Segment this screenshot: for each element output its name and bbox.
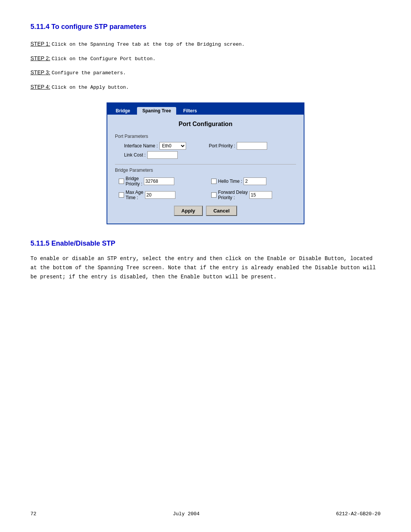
hello-time-label: Hello Time : [218, 179, 242, 184]
port-params-label: Port Parameters [115, 134, 296, 139]
max-age-label: Max AgeTime : [126, 190, 143, 200]
step-2-text: Click on the Configure Port button. [52, 56, 156, 62]
forward-delay-input[interactable] [249, 191, 272, 199]
max-age-checkbox[interactable] [119, 192, 124, 198]
bridge-priority-label: BridgePriority : [126, 176, 142, 187]
dialog-box: Bridge Spaning Tree Filters Port Configu… [107, 102, 304, 224]
step-4-text: Click on the Apply button. [52, 85, 129, 90]
bridge-params-label: Bridge Parameters [115, 168, 296, 173]
link-cost-label: Link Cost : [124, 152, 146, 158]
button-row: Apply Cancel [115, 206, 296, 216]
dialog-content: Port Configuration Port Parameters Inter… [107, 115, 304, 224]
bridge-priority-checkbox[interactable] [119, 179, 124, 184]
footer-date: July 2004 [173, 511, 199, 517]
step-2-line: STEP 2: Click on the Configure Port butt… [30, 54, 381, 63]
port-priority-input[interactable] [237, 142, 267, 150]
cancel-button[interactable]: Cancel [206, 206, 237, 216]
forward-delay-row: Forward DelayPriority : [211, 190, 296, 200]
dialog-container: Bridge Spaning Tree Filters Port Configu… [30, 102, 381, 224]
port-params-section: Port Parameters Interface Name : Eth0 Po… [115, 134, 296, 159]
dialog-title: Port Configuration [115, 121, 296, 128]
step-3-text: Configure the parameters. [52, 70, 126, 76]
step-1-line: STEP 1: Click on the Spanning Tree tab a… [30, 40, 381, 48]
tab-bridge[interactable]: Bridge [110, 107, 135, 115]
max-age-row: Max AgeTime : [119, 190, 204, 200]
link-cost-input[interactable] [147, 151, 178, 159]
section-511-5-body: To enable or disable an STP entry, selec… [30, 254, 381, 281]
footer-doc-id: 6212-A2-GB20-20 [336, 511, 381, 517]
max-age-input[interactable] [145, 191, 175, 199]
port-priority-row: Port Priority : [209, 142, 267, 150]
step-3-line: STEP 3: Configure the parameters. [30, 69, 381, 77]
bridge-params-grid: BridgePriority : Hello Time : Max AgeTim… [119, 176, 296, 200]
dialog-tabs: Bridge Spaning Tree Filters [107, 103, 304, 115]
link-cost-row: Link Cost : [124, 151, 296, 159]
hello-time-input[interactable] [244, 177, 266, 185]
apply-button[interactable]: Apply [174, 206, 203, 216]
interface-name-row: Interface Name : Eth0 [124, 142, 186, 150]
tab-spanning-tree[interactable]: Spaning Tree [137, 107, 176, 115]
step-1-label: STEP 1: [30, 41, 50, 47]
interface-name-select[interactable]: Eth0 [159, 142, 186, 150]
hello-time-row: Hello Time : [211, 176, 296, 187]
section-511-4-title: 5.11.4 To configure STP parameters [30, 23, 381, 31]
hello-time-checkbox[interactable] [211, 179, 217, 184]
step-3-label: STEP 3: [30, 69, 50, 75]
step-2-label: STEP 2: [30, 55, 50, 61]
port-priority-label: Port Priority : [209, 143, 235, 149]
forward-delay-checkbox[interactable] [211, 192, 217, 198]
footer: 72 July 2004 6212-A2-GB20-20 [30, 511, 381, 517]
tab-filters[interactable]: Filters [178, 107, 202, 115]
section-511-5-title: 5.11.5 Enable/Disable STP [30, 240, 381, 248]
bridge-params-section: Bridge Parameters BridgePriority : Hello… [115, 168, 296, 200]
interface-name-label: Interface Name : [124, 143, 158, 149]
step-4-line: STEP 4: Click on the Apply button. [30, 83, 381, 91]
forward-delay-label: Forward DelayPriority : [218, 190, 248, 200]
bridge-priority-input[interactable] [144, 177, 174, 185]
bridge-priority-row: BridgePriority : [119, 176, 204, 187]
step-1-text: Click on the Spanning Tree tab at the to… [52, 42, 245, 47]
footer-page-number: 72 [30, 511, 37, 517]
step-4-label: STEP 4: [30, 84, 50, 90]
